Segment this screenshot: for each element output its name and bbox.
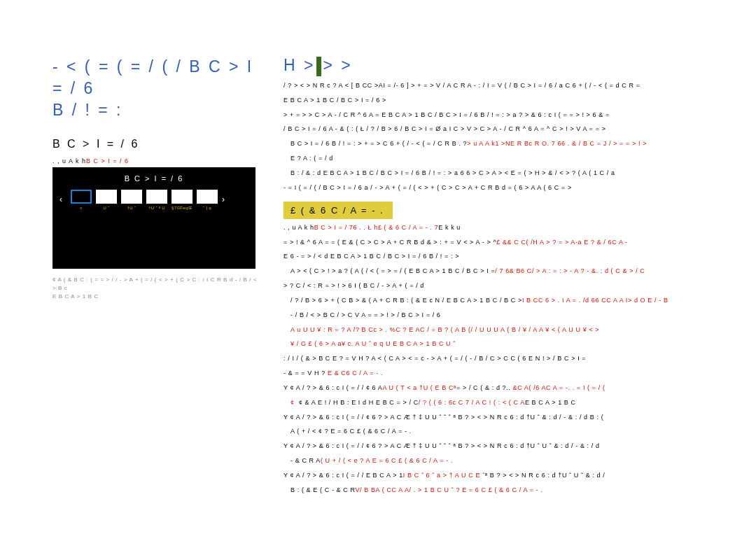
body-line: A ( + / < ¢ ? E = 6 C £ ( & 6 C / A = - … [290,426,710,437]
body-line: E 6 - = > / < d E B C A > 1 B C / B C > … [284,251,710,262]
display-icon [121,190,142,204]
highlight-box: £ ( & 6 C / A = - . [284,202,393,219]
body-line: E ? A : ( = / d [290,153,710,164]
body-line: A u U U ¥ : R = ? A /? B Cc > . %C ? E A… [290,325,710,335]
body-line: Y ¢ A / ? > & 6 : c I ( = / / E B C A > … [284,470,710,481]
body-line: - = I ( = / ( / B C > I = / 6 a / - > A … [284,183,710,193]
source-cell-3[interactable]: †U ˆ ª U [146,190,167,210]
prev-arrow-icon[interactable]: ‹ [59,195,66,204]
body-line: . , u A k hB C > I = / 76 . . Ł h£ ( & 6… [284,223,710,233]
body-line: B C > I = / 6 B / ! = : > + = > C 6 + ( … [290,139,710,149]
source-cell-4[interactable]: §7GFeqŒ [172,190,192,210]
section-subtitle: B C > I = / 6 [52,138,262,150]
body-line: : / I / ( & > B C E ? = V H ? A < ( C A … [284,353,710,364]
body-line: Y ¢ A / ? > & 6 : c I ( = / / ¢ 6 ? > A … [284,412,710,423]
body-line: / ? > < > N R c ? A < [ B CC >AI = /- 6 … [284,80,710,91]
right-col-title: H >> > [284,56,710,76]
body-line: / B C > I = / 6 A - & ( : ( Ł / ? / B > … [284,124,710,134]
body-line: B : ( & E ( C - & C RV/ B BA ( CC A A/ .… [290,485,710,496]
display-icon [71,190,92,204]
page-title: - < ( = ( = / ( / B C > I = / 6 B / ! = … [52,56,262,121]
body-line: Y ¢ A / ? > & 6 : c I ( = / / ¢ 6 AA U (… [284,383,710,393]
display-icon [146,190,167,204]
source-cell-1[interactable]: U ˆ [96,190,117,210]
display-icon [96,190,117,204]
footnote: ¢ A ( & B C : ( = = > / / - > A + ( = / … [52,276,262,301]
body-line: - / B / < > B C / > C V A = = > ! > / B … [290,310,710,321]
body-line: E B C A > 1 B C / B C > I = / 6 > [284,95,710,106]
body-line: - & C R A( U + / ( < e ? A E = 6 C £ ( &… [290,456,710,466]
path-line: . , u A k hB C > I = / 6 [52,157,262,164]
source-preview-box: B C > I = / 6 ‹ c U ˆ †U ˆ †U ˆ ª U [52,167,255,269]
body-line: > + = > > C > A - / C R ^ 6 A = E B C A … [284,110,710,120]
body-line: > ? C / < : R = > ! > 6 I ( B C / - > A … [284,281,710,291]
body-line: B : / & : d E B C A > 1 B C / B C > I = … [290,168,710,178]
display-icon [197,190,218,204]
body-line: = > ! & ^ 6 A = = ( E & ( C > C > A + C … [284,237,710,248]
source-cell-5[interactable]: ˆ ] q [197,190,218,210]
source-cell-0[interactable]: c [71,190,92,210]
body-line: ¥ / G £ ( 6 > A a¥ c. A U ˆ e q U E B C … [290,339,710,349]
next-arrow-icon[interactable]: › [222,195,229,204]
body-line: - & = = V H ? E & C6 C / A = - . [284,368,710,379]
body-line: / ? / B > 6 > + ( C B > & ( A + C R B : … [290,295,710,306]
body-line: Y ¢ A / ? > & 6 : c I ( = / / ¢ 6 ? > A … [284,441,710,451]
source-cell-2[interactable]: †U ˆ [121,190,142,210]
green-bar-icon [316,57,321,76]
display-icon [172,190,192,204]
body-line: ¢ ¢ & A E ! / H B : E I d H E B C = > / … [290,398,710,408]
body-line: A > < ( C > ! > a ? ( A ( / < ( = > = / … [290,266,710,276]
preview-title: B C > I = / 6 [52,167,255,183]
